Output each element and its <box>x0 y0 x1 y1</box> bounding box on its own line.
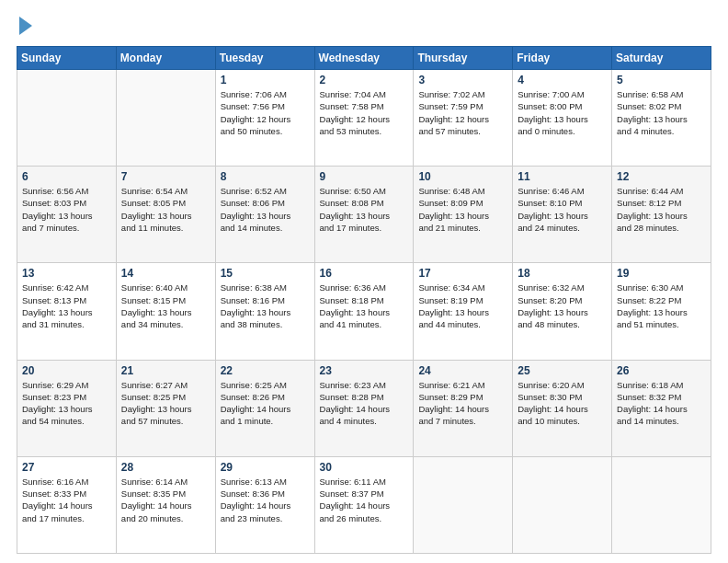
calendar-cell: 26Sunrise: 6:18 AM Sunset: 8:32 PM Dayli… <box>612 360 711 456</box>
calendar-cell: 13Sunrise: 6:42 AM Sunset: 8:13 PM Dayli… <box>17 263 117 360</box>
day-number: 25 <box>518 364 607 377</box>
day-info: Sunrise: 6:40 AM Sunset: 8:15 PM Dayligh… <box>121 282 210 330</box>
day-info: Sunrise: 6:16 AM Sunset: 8:33 PM Dayligh… <box>22 476 111 524</box>
calendar-cell <box>612 456 711 553</box>
calendar-week-row: 13Sunrise: 6:42 AM Sunset: 8:13 PM Dayli… <box>17 263 711 360</box>
weekday-header-monday: Monday <box>116 47 215 70</box>
calendar-cell: 14Sunrise: 6:40 AM Sunset: 8:15 PM Dayli… <box>116 263 215 360</box>
calendar-cell <box>513 456 612 553</box>
day-number: 19 <box>617 267 706 280</box>
day-number: 16 <box>320 267 409 280</box>
day-info: Sunrise: 6:34 AM Sunset: 8:19 PM Dayligh… <box>418 282 507 330</box>
day-info: Sunrise: 6:29 AM Sunset: 8:23 PM Dayligh… <box>22 379 111 428</box>
day-info: Sunrise: 6:48 AM Sunset: 8:09 PM Dayligh… <box>418 185 507 234</box>
day-number: 30 <box>320 461 409 474</box>
day-number: 8 <box>221 170 310 183</box>
calendar-cell: 10Sunrise: 6:48 AM Sunset: 8:09 PM Dayli… <box>414 167 513 263</box>
day-info: Sunrise: 6:18 AM Sunset: 8:32 PM Dayligh… <box>617 379 706 428</box>
day-number: 21 <box>121 364 210 377</box>
weekday-header-wednesday: Wednesday <box>314 47 414 70</box>
calendar-cell: 19Sunrise: 6:30 AM Sunset: 8:22 PM Dayli… <box>612 263 711 360</box>
day-number: 28 <box>121 461 210 474</box>
calendar-cell: 25Sunrise: 6:20 AM Sunset: 8:30 PM Dayli… <box>513 360 612 456</box>
calendar-cell: 2Sunrise: 7:04 AM Sunset: 7:58 PM Daylig… <box>314 70 414 167</box>
calendar-cell: 24Sunrise: 6:21 AM Sunset: 8:29 PM Dayli… <box>414 360 513 456</box>
calendar-cell: 4Sunrise: 7:00 AM Sunset: 8:00 PM Daylig… <box>513 70 612 167</box>
page: SundayMondayTuesdayWednesdayThursdayFrid… <box>0 0 728 563</box>
calendar-cell: 6Sunrise: 6:56 AM Sunset: 8:03 PM Daylig… <box>17 167 117 263</box>
logo <box>17 17 32 37</box>
day-info: Sunrise: 6:42 AM Sunset: 8:13 PM Dayligh… <box>22 282 111 330</box>
calendar-cell: 30Sunrise: 6:11 AM Sunset: 8:37 PM Dayli… <box>314 456 414 553</box>
day-info: Sunrise: 7:06 AM Sunset: 7:56 PM Dayligh… <box>221 88 310 137</box>
calendar-cell: 22Sunrise: 6:25 AM Sunset: 8:26 PM Dayli… <box>215 360 314 456</box>
day-info: Sunrise: 6:27 AM Sunset: 8:25 PM Dayligh… <box>121 379 210 428</box>
calendar-week-row: 6Sunrise: 6:56 AM Sunset: 8:03 PM Daylig… <box>17 167 711 263</box>
calendar-cell: 21Sunrise: 6:27 AM Sunset: 8:25 PM Dayli… <box>116 360 215 456</box>
day-number: 9 <box>320 170 409 183</box>
calendar-week-row: 20Sunrise: 6:29 AM Sunset: 8:23 PM Dayli… <box>17 360 711 456</box>
calendar-week-row: 27Sunrise: 6:16 AM Sunset: 8:33 PM Dayli… <box>17 456 711 553</box>
day-info: Sunrise: 6:32 AM Sunset: 8:20 PM Dayligh… <box>518 282 607 330</box>
day-number: 11 <box>518 170 607 183</box>
day-info: Sunrise: 6:21 AM Sunset: 8:29 PM Dayligh… <box>418 379 507 428</box>
calendar-cell: 28Sunrise: 6:14 AM Sunset: 8:35 PM Dayli… <box>116 456 215 553</box>
calendar-cell: 8Sunrise: 6:52 AM Sunset: 8:06 PM Daylig… <box>215 167 314 263</box>
calendar-week-row: 1Sunrise: 7:06 AM Sunset: 7:56 PM Daylig… <box>17 70 711 167</box>
day-number: 7 <box>121 170 210 183</box>
day-number: 5 <box>617 74 706 86</box>
calendar-cell: 15Sunrise: 6:38 AM Sunset: 8:16 PM Dayli… <box>215 263 314 360</box>
day-info: Sunrise: 6:56 AM Sunset: 8:03 PM Dayligh… <box>22 185 111 234</box>
day-number: 1 <box>221 74 310 86</box>
day-info: Sunrise: 6:44 AM Sunset: 8:12 PM Dayligh… <box>617 185 706 234</box>
day-info: Sunrise: 6:38 AM Sunset: 8:16 PM Dayligh… <box>221 282 310 330</box>
weekday-header-tuesday: Tuesday <box>215 47 314 70</box>
day-number: 15 <box>221 267 310 280</box>
day-info: Sunrise: 7:02 AM Sunset: 7:59 PM Dayligh… <box>418 88 507 137</box>
logo-arrow-icon <box>19 17 32 35</box>
weekday-header-thursday: Thursday <box>414 47 513 70</box>
calendar-cell <box>17 70 117 167</box>
calendar-cell <box>414 456 513 553</box>
calendar-cell <box>116 70 215 167</box>
day-number: 26 <box>617 364 706 377</box>
day-info: Sunrise: 6:54 AM Sunset: 8:05 PM Dayligh… <box>121 185 210 234</box>
header-row: SundayMondayTuesdayWednesdayThursdayFrid… <box>17 47 711 70</box>
calendar-cell: 16Sunrise: 6:36 AM Sunset: 8:18 PM Dayli… <box>314 263 414 360</box>
calendar-cell: 1Sunrise: 7:06 AM Sunset: 7:56 PM Daylig… <box>215 70 314 167</box>
day-number: 23 <box>320 364 409 377</box>
day-info: Sunrise: 6:11 AM Sunset: 8:37 PM Dayligh… <box>320 476 409 524</box>
day-info: Sunrise: 6:13 AM Sunset: 8:36 PM Dayligh… <box>221 476 310 524</box>
calendar-cell: 17Sunrise: 6:34 AM Sunset: 8:19 PM Dayli… <box>414 263 513 360</box>
day-info: Sunrise: 6:52 AM Sunset: 8:06 PM Dayligh… <box>221 185 310 234</box>
calendar-table: SundayMondayTuesdayWednesdayThursdayFrid… <box>17 46 711 554</box>
calendar-cell: 12Sunrise: 6:44 AM Sunset: 8:12 PM Dayli… <box>612 167 711 263</box>
calendar-cell: 11Sunrise: 6:46 AM Sunset: 8:10 PM Dayli… <box>513 167 612 263</box>
day-info: Sunrise: 6:50 AM Sunset: 8:08 PM Dayligh… <box>320 185 409 234</box>
day-number: 13 <box>22 267 111 280</box>
day-info: Sunrise: 6:46 AM Sunset: 8:10 PM Dayligh… <box>518 185 607 234</box>
calendar-cell: 27Sunrise: 6:16 AM Sunset: 8:33 PM Dayli… <box>17 456 117 553</box>
calendar-cell: 9Sunrise: 6:50 AM Sunset: 8:08 PM Daylig… <box>314 167 414 263</box>
day-info: Sunrise: 6:23 AM Sunset: 8:28 PM Dayligh… <box>320 379 409 428</box>
day-number: 4 <box>518 74 607 86</box>
day-number: 20 <box>22 364 111 377</box>
day-number: 27 <box>22 461 111 474</box>
calendar-cell: 29Sunrise: 6:13 AM Sunset: 8:36 PM Dayli… <box>215 456 314 553</box>
day-number: 3 <box>418 74 507 86</box>
day-number: 14 <box>121 267 210 280</box>
day-info: Sunrise: 7:00 AM Sunset: 8:00 PM Dayligh… <box>518 88 607 137</box>
calendar-cell: 5Sunrise: 6:58 AM Sunset: 8:02 PM Daylig… <box>612 70 711 167</box>
day-info: Sunrise: 7:04 AM Sunset: 7:58 PM Dayligh… <box>320 88 409 137</box>
day-number: 29 <box>221 461 310 474</box>
day-info: Sunrise: 6:25 AM Sunset: 8:26 PM Dayligh… <box>221 379 310 428</box>
day-number: 10 <box>418 170 507 183</box>
header <box>17 17 711 37</box>
day-info: Sunrise: 6:14 AM Sunset: 8:35 PM Dayligh… <box>121 476 210 524</box>
day-info: Sunrise: 6:58 AM Sunset: 8:02 PM Dayligh… <box>617 88 706 137</box>
calendar-cell: 23Sunrise: 6:23 AM Sunset: 8:28 PM Dayli… <box>314 360 414 456</box>
day-number: 24 <box>418 364 507 377</box>
weekday-header-friday: Friday <box>513 47 612 70</box>
day-number: 12 <box>617 170 706 183</box>
day-number: 2 <box>320 74 409 86</box>
